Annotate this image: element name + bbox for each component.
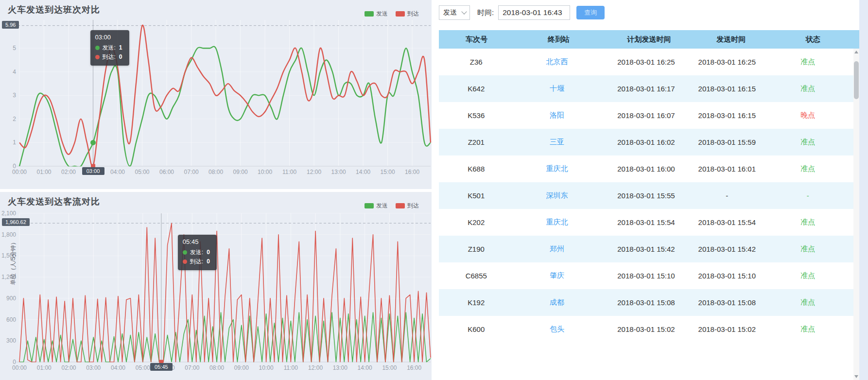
train-table: 车次号终到站计划发送时间发送时间状态 Z36北京西2018-03-01 16:2…	[439, 30, 853, 343]
cell-terminal[interactable]: 成都	[514, 298, 601, 307]
cell-terminal[interactable]: 北京西	[514, 57, 601, 67]
svg-text:15:00: 15:00	[382, 364, 397, 371]
chart-panel-trips: 火车发送到达班次对比 发送 到达 00:0001:0002:0003:0004:…	[0, 0, 432, 189]
svg-text:00:00: 00:00	[12, 169, 27, 175]
cell-terminal[interactable]: 郑州	[514, 244, 601, 254]
cell-planned: 2018-03-01 15:10	[601, 272, 692, 280]
header-cell-1: 终到站	[515, 35, 603, 44]
svg-text:3: 3	[13, 92, 16, 99]
svg-text:04:00: 04:00	[110, 169, 125, 175]
svg-text:0: 0	[13, 359, 16, 365]
svg-text:16:00: 16:00	[407, 364, 421, 371]
svg-text:10:00: 10:00	[259, 364, 274, 371]
axis-pointer-badge: 05:45	[150, 363, 173, 371]
cell-status: 准点	[762, 325, 853, 334]
svg-text:07:00: 07:00	[185, 364, 199, 371]
cell-terminal[interactable]: 重庆北	[514, 164, 601, 173]
scroll-down-icon[interactable]	[854, 375, 858, 378]
markline-max-badge: 1,960.62	[2, 218, 30, 226]
cell-departed: -	[692, 191, 762, 200]
page-edge-strip	[859, 0, 868, 380]
legend-item-send[interactable]: 发送	[365, 10, 388, 18]
cell-terminal[interactable]: 深圳东	[514, 191, 601, 200]
svg-text:09:00: 09:00	[234, 364, 249, 371]
cell-train_no: K202	[439, 218, 514, 226]
cell-terminal[interactable]: 十堰	[514, 84, 601, 93]
cell-status: 准点	[762, 138, 853, 147]
chart-svg: 00:0001:0002:0003:0004:0005:0006:0007:00…	[0, 192, 432, 380]
cell-terminal[interactable]: 包头	[514, 325, 601, 334]
cell-train_no: K642	[439, 85, 514, 93]
cell-terminal[interactable]: 三亚	[514, 138, 601, 147]
svg-text:07:00: 07:00	[184, 169, 199, 175]
legend-item-arrive[interactable]: 到达	[396, 10, 419, 18]
chart-title-passenger-flow: 火车发送到达客流对比	[8, 196, 100, 207]
cell-status: 准点	[762, 271, 853, 280]
svg-text:1: 1	[13, 139, 16, 146]
cell-planned: 2018-03-01 16:17	[601, 85, 692, 93]
table-body: Z36北京西2018-03-01 16:252018-03-01 16:25准点…	[439, 49, 853, 343]
cell-departed: 2018-03-01 15:10	[692, 272, 762, 280]
scrollbar-thumb[interactable]	[854, 61, 859, 99]
cell-departed: 2018-03-01 15:54	[692, 218, 762, 226]
svg-text:13:00: 13:00	[333, 364, 347, 371]
svg-text:01:00: 01:00	[36, 169, 51, 175]
table-row: K688重庆北2018-03-01 16:002018-03-01 16:01准…	[439, 155, 853, 182]
table-row: K202重庆北2018-03-01 15:542018-03-01 15:54准…	[439, 209, 853, 236]
time-input[interactable]	[498, 5, 570, 20]
cell-planned: 2018-03-01 15:55	[601, 191, 692, 200]
legend-swatch-send-icon	[365, 11, 374, 17]
table-row: Z36北京西2018-03-01 16:252018-03-01 16:25准点	[439, 49, 853, 75]
table-row: Z190郑州2018-03-01 15:422018-03-01 15:42准点	[439, 236, 853, 262]
table-row: K536洛阳2018-03-01 16:072018-03-01 16:15晚点	[439, 102, 853, 129]
cell-train_no: Z190	[439, 245, 514, 253]
svg-text:12:00: 12:00	[307, 169, 321, 175]
cell-departed: 2018-03-01 16:25	[692, 58, 762, 66]
cell-departed: 2018-03-01 15:42	[692, 245, 762, 253]
svg-text:06:00: 06:00	[159, 169, 174, 175]
svg-text:05:00: 05:00	[136, 364, 150, 371]
cell-status: 准点	[762, 298, 853, 307]
legend-item-arrive[interactable]: 到达	[396, 202, 419, 210]
svg-text:11:00: 11:00	[282, 169, 296, 175]
legend-item-send[interactable]: 发送	[365, 202, 388, 210]
cell-train_no: K600	[439, 325, 514, 333]
chart-canvas-trips[interactable]: 00:0001:0002:0003:0004:0005:0006:0007:00…	[0, 0, 432, 189]
cell-status: 准点	[762, 244, 853, 254]
cell-departed: 2018-03-01 15:08	[692, 298, 762, 307]
svg-text:12:00: 12:00	[308, 364, 323, 371]
cell-train_no: Z36	[439, 58, 514, 66]
table-row: K600包头2018-03-01 15:022018-03-01 15:02准点	[439, 316, 853, 343]
legend-label-send: 发送	[376, 202, 388, 210]
table-row: K192成都2018-03-01 15:082018-03-01 15:08准点	[439, 289, 853, 316]
svg-text:2,100: 2,100	[1, 210, 16, 217]
cell-planned: 2018-03-01 16:02	[601, 138, 692, 146]
chart-legend: 发送 到达	[365, 202, 419, 210]
cell-train_no: K688	[439, 165, 514, 173]
cell-terminal[interactable]: 肇庆	[514, 271, 601, 280]
svg-text:02:00: 02:00	[61, 169, 76, 175]
cell-status: -	[762, 191, 853, 200]
svg-text:02:00: 02:00	[62, 364, 76, 371]
scroll-up-icon[interactable]	[854, 51, 858, 53]
time-label: 时间:	[477, 8, 494, 17]
svg-text:14:00: 14:00	[358, 364, 372, 371]
chart-canvas-passenger-flow[interactable]: 00:0001:0002:0003:0004:0005:0006:0007:00…	[0, 192, 432, 380]
legend-swatch-arrive-icon	[396, 11, 405, 17]
header-cell-3: 发送时间	[695, 35, 767, 44]
svg-text:15:00: 15:00	[381, 169, 395, 175]
cell-terminal[interactable]: 重庆北	[514, 218, 601, 227]
cell-status: 准点	[762, 57, 853, 67]
svg-text:04:00: 04:00	[111, 364, 125, 371]
svg-text:600: 600	[6, 316, 16, 323]
query-button[interactable]: 查询	[576, 6, 605, 19]
cell-departed: 2018-03-01 16:15	[692, 111, 762, 120]
svg-text:10:00: 10:00	[258, 169, 272, 175]
cell-terminal[interactable]: 洛阳	[514, 111, 601, 120]
cell-status: 晚点	[762, 111, 853, 120]
cell-train_no: K501	[439, 191, 514, 200]
svg-text:900: 900	[6, 295, 16, 302]
mode-select[interactable]: 发送	[439, 5, 470, 20]
legend-swatch-arrive-icon	[396, 203, 405, 208]
cell-train_no: C6855	[439, 272, 514, 280]
